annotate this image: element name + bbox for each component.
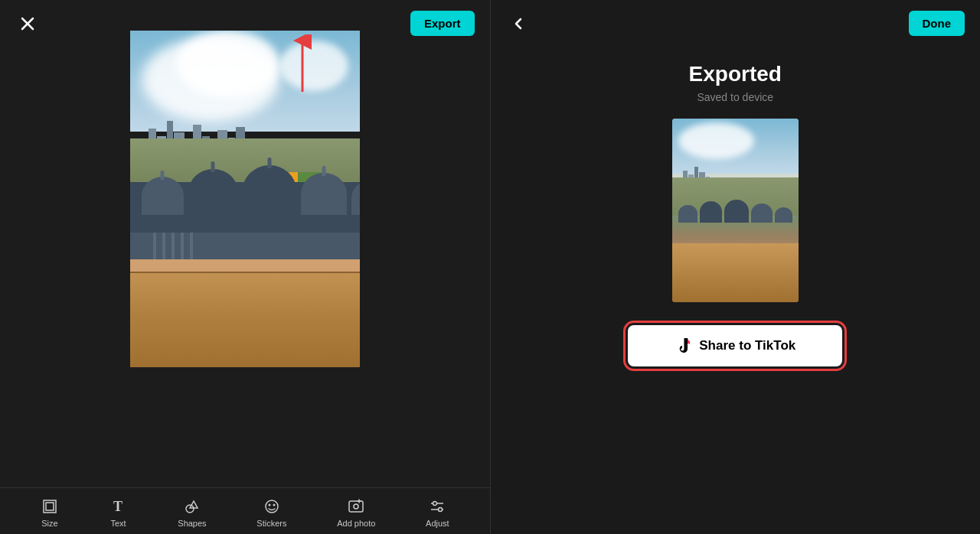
adjust-icon bbox=[428, 497, 446, 516]
svg-rect-10 bbox=[349, 501, 363, 512]
svg-rect-4 bbox=[46, 503, 54, 510]
svg-point-6 bbox=[186, 505, 194, 513]
stickers-icon bbox=[263, 497, 281, 516]
domes-row bbox=[142, 165, 360, 215]
svg-point-11 bbox=[354, 504, 358, 509]
saved-subtitle: Saved to device bbox=[697, 91, 773, 103]
svg-text:T: T bbox=[113, 499, 122, 514]
preview-image bbox=[672, 119, 799, 302]
svg-point-9 bbox=[273, 504, 275, 506]
tool-stickers[interactable]: Stickers bbox=[256, 497, 286, 528]
add-photo-label: Add photo bbox=[337, 519, 375, 528]
size-label: Size bbox=[41, 519, 57, 528]
tool-shapes[interactable]: Shapes bbox=[178, 497, 206, 528]
tool-add-photo[interactable]: Add photo bbox=[337, 497, 375, 528]
left-panel: Export bbox=[0, 0, 490, 534]
stone-wall bbox=[130, 259, 360, 367]
wall-detail-1 bbox=[130, 259, 360, 273]
export-button[interactable]: Export bbox=[410, 11, 475, 36]
canvas-area bbox=[130, 31, 360, 367]
tool-adjust[interactable]: Adjust bbox=[426, 497, 449, 528]
tool-text[interactable]: T Text bbox=[109, 497, 128, 528]
adjust-label: Adjust bbox=[426, 519, 449, 528]
right-header: Done bbox=[491, 0, 981, 47]
stickers-label: Stickers bbox=[256, 519, 286, 528]
tiktok-icon bbox=[675, 337, 691, 354]
shapes-label: Shapes bbox=[178, 519, 206, 528]
back-button[interactable] bbox=[506, 11, 531, 36]
right-panel: Done Exported Saved to device bbox=[491, 0, 981, 534]
size-icon bbox=[41, 497, 59, 516]
done-button[interactable]: Done bbox=[909, 11, 965, 36]
svg-point-15 bbox=[433, 502, 437, 506]
svg-point-8 bbox=[268, 504, 270, 506]
bottom-toolbar: Size T Text Shapes bbox=[0, 487, 490, 534]
text-icon: T bbox=[109, 497, 128, 516]
share-tiktok-label: Share to TikTok bbox=[699, 338, 795, 353]
shapes-icon bbox=[183, 497, 201, 516]
text-label: Text bbox=[110, 519, 126, 528]
add-photo-icon bbox=[347, 497, 365, 516]
tool-size[interactable]: Size bbox=[41, 497, 59, 528]
close-button[interactable] bbox=[15, 11, 40, 36]
left-header: Export bbox=[0, 0, 490, 47]
svg-point-17 bbox=[439, 508, 443, 512]
share-tiktok-button[interactable]: Share to TikTok bbox=[628, 325, 842, 366]
exported-title: Exported bbox=[689, 62, 782, 86]
svg-point-7 bbox=[266, 500, 278, 513]
